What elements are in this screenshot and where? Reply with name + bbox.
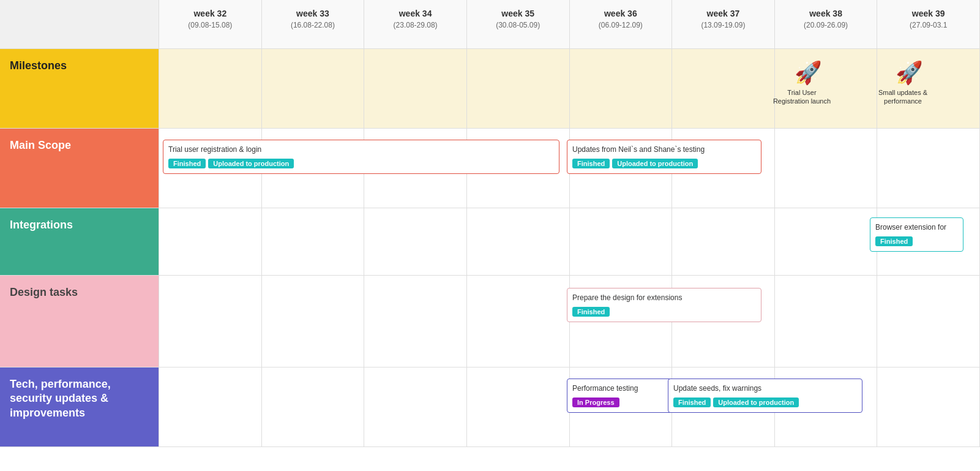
week-range-3: (30.08-05.09): [469, 21, 567, 29]
sidebar-row-design-tasks: Design tasks: [0, 276, 159, 367]
week-header-1: week 33 (16.08-22.08): [262, 0, 365, 48]
task-badges: Finished: [572, 307, 756, 317]
cell-3: [467, 208, 570, 275]
badge-uploaded: Uploaded to production: [612, 159, 698, 168]
gantt-row-tech: Performance testingIn ProgressUpdate see…: [159, 367, 980, 447]
week-range-1: (16.08-22.08): [264, 21, 362, 29]
cell-7: [877, 276, 980, 367]
task-card-tech-1: Update seeds, fix warningsFinishedUpload…: [668, 379, 862, 413]
cell-4: [570, 208, 673, 275]
task-card-design-tasks-0: Prepare the design for extensionsFinishe…: [567, 288, 761, 322]
badge-finished: Finished: [572, 307, 610, 317]
cell-7: [877, 367, 980, 447]
grid-area: week 32 (09.08-15.08)week 33 (16.08-22.0…: [159, 0, 980, 471]
tech-label: Tech, performance, security updates & im…: [10, 377, 149, 420]
cell-5: [672, 49, 775, 128]
task-title: Updates from Neil`s and Shane`s testing: [572, 145, 756, 155]
task-title: Prepare the design for extensions: [572, 293, 756, 303]
task-title: Trial user registration & login: [168, 145, 554, 155]
week-range-0: (09.08-15.08): [162, 21, 259, 29]
sidebar-row-milestones: Milestones: [0, 49, 159, 129]
sidebar-row-tech: Tech, performance, security updates & im…: [0, 367, 159, 447]
week-name-7: week 39: [880, 9, 977, 18]
milestone-0: 🚀 Trial User Registration launch: [771, 60, 845, 106]
cell-5: [672, 208, 775, 275]
cell-3: [467, 367, 570, 447]
week-range-2: (23.08-29.08): [367, 21, 464, 29]
cell-3: [467, 49, 570, 128]
gantt-row-milestones: 🚀 Trial User Registration launch🚀 Small …: [159, 49, 980, 129]
sidebar-header: [0, 0, 159, 49]
cell-3: [467, 276, 570, 367]
task-title: Update seeds, fix warnings: [673, 384, 857, 394]
badge-finished: Finished: [168, 159, 206, 168]
cell-7: [877, 129, 980, 208]
cell-6: [775, 208, 878, 275]
gantt-row-design-tasks: Prepare the design for extensionsFinishe…: [159, 276, 980, 367]
week-range-5: (13.09-19.09): [675, 21, 772, 29]
rocket-icon: 🚀: [771, 60, 845, 86]
week-name-5: week 37: [675, 9, 772, 18]
badge-uploaded: Uploaded to production: [208, 159, 294, 168]
gantt-rows: 🚀 Trial User Registration launch🚀 Small …: [159, 49, 980, 471]
milestone-1: 🚀 Small updates & performance: [872, 60, 946, 106]
gantt-row-integrations: Browser extension forFinished: [159, 208, 980, 276]
design-tasks-label: Design tasks: [10, 285, 78, 300]
cell-1: [262, 208, 365, 275]
badge-finished: Finished: [572, 159, 610, 168]
week-headers: week 32 (09.08-15.08)week 33 (16.08-22.0…: [159, 0, 980, 49]
main-scope-label: Main Scope: [10, 138, 71, 153]
cell-2: [364, 208, 467, 275]
sidebar-row-main-scope: Main Scope: [0, 129, 159, 208]
milestone-label: Small updates & performance: [872, 88, 933, 106]
week-name-6: week 38: [777, 9, 875, 18]
task-card-integrations-0: Browser extension forFinished: [870, 217, 963, 252]
sidebar-row-integrations: Integrations: [0, 208, 159, 276]
week-name-3: week 35: [469, 9, 567, 18]
task-badges: Finished: [875, 236, 958, 246]
badge-finished: Finished: [673, 398, 711, 407]
cell-4: [570, 49, 673, 128]
week-range-7: (27.09-03.1: [880, 21, 977, 29]
cell-6: [775, 129, 878, 208]
task-card-main-scope-0: Trial user registration & loginFinishedU…: [163, 140, 559, 174]
cell-2: [364, 276, 467, 367]
integrations-label: Integrations: [10, 218, 73, 232]
week-header-6: week 38 (20.09-26.09): [775, 0, 878, 48]
gantt-container: Milestones Main Scope Integrations Desig…: [0, 0, 980, 471]
cell-6: [775, 276, 878, 367]
week-header-0: week 32 (09.08-15.08): [159, 0, 262, 48]
task-badges: FinishedUploaded to production: [673, 398, 857, 407]
sidebar: Milestones Main Scope Integrations Desig…: [0, 0, 159, 471]
week-range-6: (20.09-26.09): [777, 21, 875, 29]
week-name-0: week 32: [162, 9, 259, 18]
cell-0: [159, 208, 262, 275]
milestone-label: Trial User Registration launch: [771, 88, 832, 106]
cell-0: [159, 276, 262, 367]
gantt-row-main-scope: Trial user registration & loginFinishedU…: [159, 129, 980, 208]
cell-1: [262, 367, 365, 447]
rocket-icon: 🚀: [872, 60, 946, 86]
cell-0: [159, 367, 262, 447]
week-name-2: week 34: [367, 9, 464, 18]
week-name-4: week 36: [572, 9, 670, 18]
task-card-main-scope-1: Updates from Neil`s and Shane`s testingF…: [567, 140, 761, 174]
week-range-4: (06.09-12.09): [572, 21, 670, 29]
badge-finished: Finished: [875, 236, 913, 246]
cell-2: [364, 49, 467, 128]
week-header-7: week 39 (27.09-03.1: [877, 0, 980, 48]
task-badges: FinishedUploaded to production: [572, 159, 756, 168]
cell-2: [364, 367, 467, 447]
week-header-2: week 34 (23.08-29.08): [364, 0, 467, 48]
cell-1: [262, 49, 365, 128]
milestones-label: Milestones: [10, 59, 67, 73]
cell-0: [159, 49, 262, 128]
week-header-5: week 37 (13.09-19.09): [672, 0, 775, 48]
badge-in-progress: In Progress: [572, 398, 619, 407]
week-header-4: week 36 (06.09-12.09): [570, 0, 673, 48]
task-badges: FinishedUploaded to production: [168, 159, 554, 168]
week-name-1: week 33: [264, 9, 362, 18]
week-header-3: week 35 (30.08-05.09): [467, 0, 570, 48]
badge-uploaded: Uploaded to production: [713, 398, 799, 407]
task-title: Browser extension for: [875, 223, 958, 233]
